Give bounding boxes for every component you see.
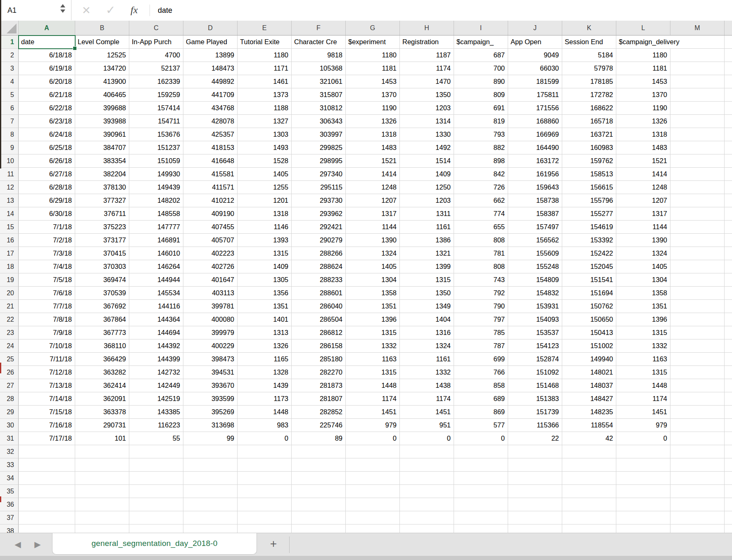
cell-E36[interactable] [238, 498, 292, 511]
cell-C11[interactable]: 149930 [129, 168, 183, 181]
cell-E33[interactable] [238, 458, 292, 472]
cell-J38[interactable] [508, 524, 562, 533]
cell-D26[interactable]: 394531 [183, 366, 238, 379]
cell-A22[interactable]: 7/8/18 [19, 313, 75, 326]
cell-I13[interactable]: 662 [454, 194, 508, 207]
cell-D8[interactable]: 425357 [183, 128, 238, 141]
cell-I29[interactable]: 869 [454, 406, 508, 419]
cell-L25[interactable]: 1163 [616, 353, 670, 366]
cell-K17[interactable]: 152422 [562, 247, 616, 260]
cell-C18[interactable]: 146264 [129, 260, 183, 273]
cell-H21[interactable]: 1349 [400, 300, 454, 313]
cell-F30[interactable]: 225746 [292, 419, 346, 432]
cell-A37[interactable] [19, 511, 75, 524]
cell-K35[interactable] [562, 485, 616, 498]
row-header-36[interactable]: 36 [0, 498, 19, 511]
cell-E2[interactable]: 1180 [238, 49, 292, 62]
cell-A30[interactable]: 7/16/18 [19, 419, 75, 432]
cell-E6[interactable]: 1188 [238, 102, 292, 115]
cell-I38[interactable] [454, 524, 508, 533]
cell-L30[interactable]: 979 [616, 419, 670, 432]
cell-C30[interactable]: 116223 [129, 419, 183, 432]
cell-G25[interactable]: 1163 [346, 353, 400, 366]
cell-I4[interactable]: 890 [454, 75, 508, 88]
cell-C25[interactable]: 144399 [129, 353, 183, 366]
cell-H10[interactable]: 1514 [400, 154, 454, 168]
cell-K38[interactable] [562, 524, 616, 533]
cell-I37[interactable] [454, 511, 508, 524]
cell-I31[interactable]: 0 [454, 432, 508, 445]
cell-A17[interactable]: 7/3/18 [19, 247, 75, 260]
cell-E34[interactable] [238, 472, 292, 485]
cell-D7[interactable]: 428078 [183, 115, 238, 128]
cell-A1[interactable]: date [19, 36, 75, 49]
col-header-M[interactable]: M [670, 21, 725, 35]
cell-L16[interactable]: 1390 [616, 234, 670, 247]
cell-B12[interactable]: 378130 [75, 181, 129, 194]
cell-K14[interactable]: 155277 [562, 207, 616, 221]
cell-G30[interactable]: 979 [346, 419, 400, 432]
cell-G22[interactable]: 1396 [346, 313, 400, 326]
cell-I7[interactable]: 819 [454, 115, 508, 128]
cell-J28[interactable]: 151383 [508, 392, 562, 406]
cell-D9[interactable]: 418153 [183, 141, 238, 154]
cell-H14[interactable]: 1311 [400, 207, 454, 221]
cell-I14[interactable]: 774 [454, 207, 508, 221]
cell-C16[interactable]: 146891 [129, 234, 183, 247]
cell-M31[interactable] [670, 432, 725, 445]
cell-G17[interactable]: 1324 [346, 247, 400, 260]
name-box[interactable]: A1 [7, 0, 17, 21]
cell-C13[interactable]: 148202 [129, 194, 183, 207]
cell-L2[interactable]: 1180 [616, 49, 670, 62]
cell-K15[interactable]: 154619 [562, 221, 616, 234]
cell-M26[interactable] [670, 366, 725, 379]
cell-B29[interactable]: 363378 [75, 406, 129, 419]
cell-B14[interactable]: 376711 [75, 207, 129, 221]
cell-G1[interactable]: $experiment [346, 36, 400, 49]
cell-K25[interactable]: 149940 [562, 353, 616, 366]
cell-M18[interactable] [670, 260, 725, 273]
cell-M38[interactable] [670, 524, 725, 533]
cell-L23[interactable]: 1315 [616, 326, 670, 339]
cell-E9[interactable]: 1493 [238, 141, 292, 154]
stepper-down-icon[interactable] [60, 9, 65, 13]
cell-F23[interactable]: 286812 [292, 326, 346, 339]
cell-I23[interactable]: 785 [454, 326, 508, 339]
col-header-B[interactable]: B [75, 21, 129, 35]
row-header-27[interactable]: 27 [0, 379, 19, 392]
cell-A23[interactable]: 7/9/18 [19, 326, 75, 339]
cell-H6[interactable]: 1203 [400, 102, 454, 115]
cell-K13[interactable]: 155796 [562, 194, 616, 207]
cell-M30[interactable] [670, 419, 725, 432]
cell-E17[interactable]: 1315 [238, 247, 292, 260]
cell-E16[interactable]: 1393 [238, 234, 292, 247]
cell-G2[interactable]: 1180 [346, 49, 400, 62]
cell-D27[interactable]: 393670 [183, 379, 238, 392]
cell-D22[interactable]: 400080 [183, 313, 238, 326]
cell-L38[interactable] [616, 524, 670, 533]
col-header-I[interactable]: I [454, 21, 508, 35]
cell-H24[interactable]: 1324 [400, 339, 454, 353]
cell-H26[interactable]: 1332 [400, 366, 454, 379]
cell-I11[interactable]: 842 [454, 168, 508, 181]
row-header-34[interactable]: 34 [0, 472, 19, 485]
cell-A15[interactable]: 7/1/18 [19, 221, 75, 234]
row-header-22[interactable]: 22 [0, 313, 19, 326]
cell-L27[interactable]: 1448 [616, 379, 670, 392]
cell-E4[interactable]: 1461 [238, 75, 292, 88]
cell-I22[interactable]: 797 [454, 313, 508, 326]
cell-D15[interactable]: 407455 [183, 221, 238, 234]
cell-B13[interactable]: 377327 [75, 194, 129, 207]
cell-A5[interactable]: 6/21/18 [19, 88, 75, 102]
cell-L6[interactable]: 1190 [616, 102, 670, 115]
row-header-31[interactable]: 31 [0, 432, 19, 445]
cell-E31[interactable]: 0 [238, 432, 292, 445]
cell-L15[interactable]: 1144 [616, 221, 670, 234]
cell-J12[interactable]: 159643 [508, 181, 562, 194]
cell-G23[interactable]: 1315 [346, 326, 400, 339]
cell-G21[interactable]: 1351 [346, 300, 400, 313]
cell-L20[interactable]: 1358 [616, 287, 670, 300]
cell-F15[interactable]: 292421 [292, 221, 346, 234]
cell-J3[interactable]: 66030 [508, 62, 562, 75]
cell-M22[interactable] [670, 313, 725, 326]
